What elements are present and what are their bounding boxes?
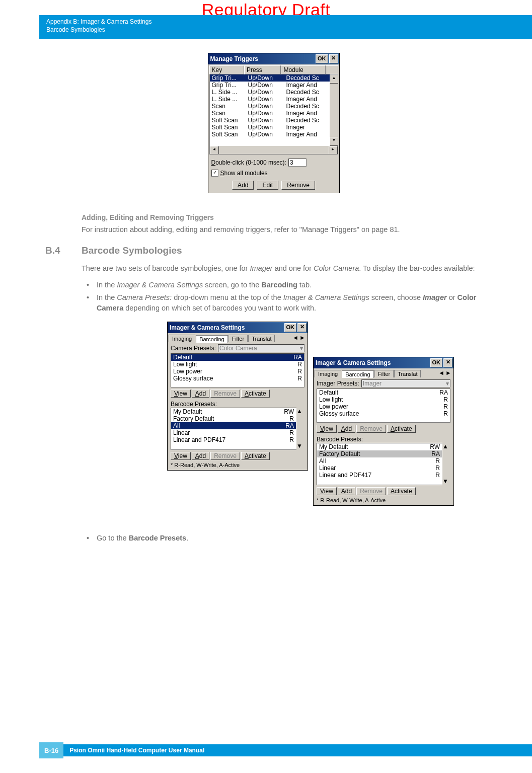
list-item[interactable]: Linear and PDF417R [317, 472, 442, 479]
add-button[interactable]: Add [338, 425, 355, 433]
chevron-down-icon: ▾ [446, 380, 449, 387]
camera-presets-combo[interactable]: Color Camera ▾ [218, 344, 305, 352]
list-item[interactable]: Glossy surfaceR [171, 375, 304, 382]
activate-button[interactable]: Activate [241, 390, 270, 398]
scroll-left-icon[interactable]: ◄ [210, 146, 219, 154]
camera-presets-list[interactable]: DefaultRALow lightRLow powerRGlossy surf… [171, 353, 305, 388]
list-item[interactable]: My DefaultRW [171, 408, 296, 415]
scroll-up-icon[interactable]: ▲ [330, 74, 338, 84]
tab-bar: Imaging Barcoding Filter Translat ◄ ► [314, 368, 453, 377]
tab-filter[interactable]: Filter [229, 335, 248, 342]
col-key[interactable]: Key [209, 65, 245, 74]
tab-scroll-right-icon[interactable]: ► [445, 369, 452, 377]
tab-imaging[interactable]: Imaging [169, 335, 195, 342]
table-row[interactable]: Soft ScanUp/DownDecoded Sc [210, 117, 338, 124]
remove-button[interactable]: Remove [356, 487, 386, 495]
table-row[interactable]: Soft ScanUp/DownImager [210, 124, 338, 131]
col-module[interactable]: Module [281, 65, 325, 74]
add-button[interactable]: Add [192, 452, 209, 460]
add-button[interactable]: Add [192, 390, 209, 398]
list-item[interactable]: LinearR [171, 429, 296, 436]
scroll-up-icon[interactable]: ▲ [296, 408, 304, 415]
tab-scroll-left-icon[interactable]: ◄ [292, 334, 299, 342]
imager-presets-list[interactable]: DefaultRALow lightRLow powerRGlossy surf… [317, 389, 450, 423]
tab-translat[interactable]: Translat [248, 335, 275, 342]
add-button[interactable]: Add [232, 181, 254, 190]
scroll-down-icon[interactable]: ▼ [442, 478, 450, 485]
close-button[interactable]: ✕ [329, 54, 338, 63]
ok-button[interactable]: OK [430, 358, 443, 367]
list-item[interactable]: My DefaultRW [317, 443, 442, 450]
doubleclick-label: Double-click (0-1000 msec): [211, 159, 286, 166]
ok-button[interactable]: OK [284, 323, 297, 332]
list-item[interactable]: Glossy surfaceR [317, 410, 450, 417]
list-item[interactable]: DefaultRA [317, 389, 450, 396]
list-item[interactable]: Factory DefaultRA [317, 450, 442, 457]
footer-title: Psion Omnii Hand-Held Computer User Manu… [69, 747, 204, 754]
scroll-down-icon[interactable]: ▼ [296, 442, 304, 450]
add-button[interactable]: Add [338, 487, 355, 495]
section-title: Barcode Symbologies [82, 245, 182, 256]
footnote: * R-Read, W-Write, A-Active [314, 497, 453, 505]
close-button[interactable]: ✕ [443, 358, 452, 367]
doubleclick-input[interactable] [288, 159, 307, 167]
view-button[interactable]: View [317, 487, 337, 495]
activate-button[interactable]: Activate [387, 487, 416, 495]
dialog-titlebar: Manage Triggers OK ✕ [208, 53, 339, 64]
list-item[interactable]: Low powerR [317, 403, 450, 410]
table-row[interactable]: Soft ScanUp/DownImager And [210, 131, 338, 138]
list-item[interactable]: Low lightR [317, 396, 450, 403]
scroll-right-icon[interactable]: ► [329, 146, 338, 154]
imager-presets-combo[interactable]: Imager ▾ [361, 379, 450, 388]
show-all-checkbox[interactable]: ✓ Show all modules [211, 170, 336, 177]
col-press[interactable]: Press [244, 65, 281, 74]
list-item[interactable]: Factory DefaultR [171, 415, 296, 422]
tab-imaging[interactable]: Imaging [315, 370, 341, 377]
table-row[interactable]: ScanUp/DownDecoded Sc [210, 103, 338, 110]
ok-button[interactable]: OK [316, 54, 328, 63]
tab-filter[interactable]: Filter [374, 370, 394, 377]
remove-button[interactable]: Remove [356, 425, 386, 433]
remove-button[interactable]: Remove [281, 181, 315, 190]
view-button[interactable]: View [171, 390, 191, 398]
header-line1: Appendix B: Imager & Camera Settings [46, 18, 532, 26]
tab-scroll-right-icon[interactable]: ► [299, 334, 307, 342]
table-row[interactable]: Grip Tri...Up/DownDecoded Sc [210, 74, 338, 82]
list-item[interactable]: LinearR [317, 465, 442, 472]
scroll-down-icon[interactable]: ▼ [330, 137, 338, 146]
scroll-up-icon[interactable]: ▲ [442, 443, 450, 450]
remove-button[interactable]: Remove [210, 390, 240, 398]
close-button[interactable]: ✕ [297, 323, 307, 332]
list-scrollbar[interactable]: ▲ ▼ [442, 443, 450, 485]
list-item[interactable]: DefaultRA [171, 354, 304, 361]
content: Manage Triggers OK ✕ Key Press Module Gr… [45, 53, 502, 552]
horizontal-scrollbar[interactable]: ◄ ► [210, 146, 338, 154]
tab-barcoding[interactable]: Barcoding [342, 370, 374, 378]
activate-button[interactable]: Activate [387, 425, 416, 433]
list-item[interactable]: AllRA [171, 422, 296, 429]
activate-button[interactable]: Activate [241, 452, 270, 460]
list-item[interactable]: Low powerR [171, 368, 304, 375]
list-item[interactable]: Low lightR [171, 361, 304, 368]
footer-bar: B-16 Psion Omnii Hand-Held Computer User… [39, 744, 532, 756]
tab-barcoding[interactable]: Barcoding [196, 335, 228, 343]
checkbox-icon[interactable]: ✓ [211, 170, 218, 177]
bullet-2: In the Camera Presets: drop-down menu at… [82, 292, 502, 314]
barcode-presets-list[interactable]: My DefaultRWFactory DefaultRAAllRLinearR… [317, 443, 450, 485]
table-row[interactable]: Grip Tri...Up/DownImager And [210, 82, 338, 89]
tab-scroll-left-icon[interactable]: ◄ [438, 369, 445, 377]
table-row[interactable]: L. Side ...Up/DownDecoded Sc [210, 89, 338, 96]
view-button[interactable]: View [171, 452, 191, 460]
view-button[interactable]: View [317, 425, 337, 433]
tab-translat[interactable]: Translat [394, 370, 421, 377]
para-manage-triggers: For instruction about adding, editing an… [82, 224, 502, 235]
list-item[interactable]: AllR [317, 457, 442, 465]
barcode-presets-list[interactable]: My DefaultRWFactory DefaultRAllRALinearR… [171, 408, 305, 450]
table-row[interactable]: ScanUp/DownImager And [210, 110, 338, 117]
vertical-scrollbar[interactable]: ▲ ▼ [330, 74, 338, 146]
list-item[interactable]: Linear and PDF417R [171, 436, 296, 443]
remove-button[interactable]: Remove [210, 452, 240, 460]
list-scrollbar[interactable]: ▲ ▼ [296, 408, 305, 450]
table-row[interactable]: L. Side ...Up/DownImager And [210, 96, 338, 103]
edit-button[interactable]: Edit [257, 181, 278, 190]
